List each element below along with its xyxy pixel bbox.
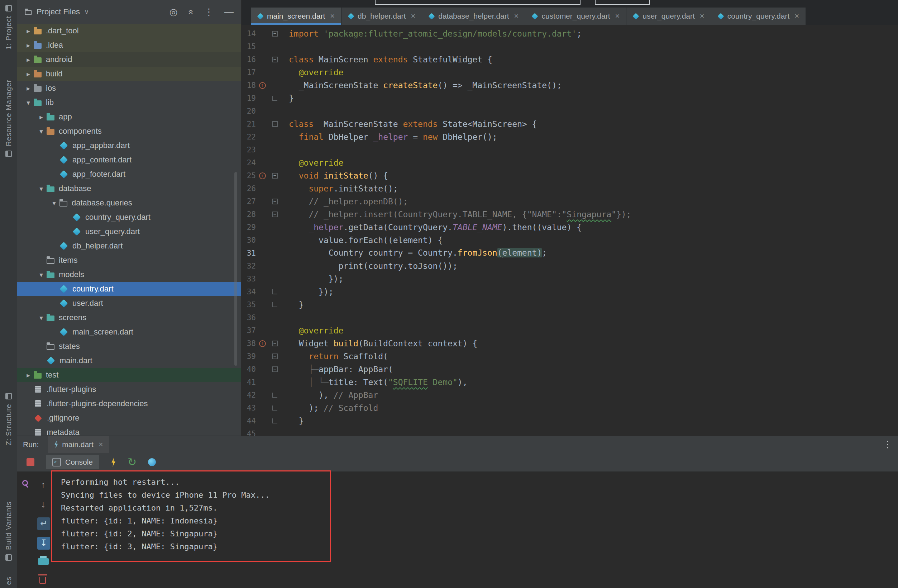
close-icon[interactable]: ×: [330, 11, 335, 21]
editor-tab-main-screen-dart[interactable]: main_screen.dart×: [251, 8, 341, 25]
stop-icon[interactable]: [26, 458, 34, 466]
tree-item-components[interactable]: ▾components: [17, 124, 241, 139]
devtools-icon[interactable]: [148, 458, 156, 466]
tree-item-app-content-dart[interactable]: app_content.dart: [17, 153, 241, 167]
fold-collapse-icon[interactable]: −: [272, 199, 278, 205]
chevron-right-icon[interactable]: ▸: [23, 371, 34, 379]
scroll-down-icon[interactable]: ↓: [41, 499, 46, 510]
override-gutter-icon[interactable]: ↑: [256, 82, 269, 89]
tree-item-states[interactable]: states: [17, 339, 241, 354]
fold-collapse-icon[interactable]: −: [272, 354, 278, 359]
tree-item-android[interactable]: ▸android: [17, 52, 241, 67]
chevron-right-icon[interactable]: ▸: [23, 84, 34, 92]
chevron-down-icon[interactable]: ▾: [36, 314, 46, 322]
soft-wrap-icon[interactable]: ↵: [37, 517, 50, 530]
scroll-up-icon[interactable]: ↑: [41, 479, 46, 491]
tree-item-user-query-dart[interactable]: user_query.dart: [17, 225, 241, 239]
tree-item-main-dart[interactable]: main.dart: [17, 354, 241, 368]
chevron-down-icon[interactable]: ∨: [84, 8, 89, 16]
tool-window-button-1-project[interactable]: 1: Project: [0, 5, 17, 49]
close-icon[interactable]: ×: [411, 11, 415, 21]
chevron-down-icon[interactable]: ▾: [36, 185, 46, 193]
fold-collapse-icon[interactable]: −: [272, 211, 278, 217]
fold-end-icon[interactable]: [272, 419, 277, 423]
fold-end-icon[interactable]: [272, 405, 277, 411]
locate-icon[interactable]: ◎: [169, 6, 178, 18]
console-tab[interactable]: >_ Console: [46, 455, 99, 469]
run-bar-more-icon[interactable]: ⋮: [883, 439, 892, 450]
project-view-selector[interactable]: Project Files: [37, 7, 80, 17]
tool-window-button-build-variants[interactable]: Build Variants: [0, 501, 17, 561]
chevron-down-icon[interactable]: ▾: [23, 99, 34, 107]
tree-item-db-helper-dart[interactable]: db_helper.dart: [17, 239, 241, 253]
fold-collapse-icon[interactable]: −: [272, 340, 278, 346]
tool-window-button-z-structure[interactable]: Z: Structure: [0, 393, 17, 445]
hide-panel-icon[interactable]: —: [224, 6, 234, 18]
pin-icon[interactable]: [22, 480, 30, 488]
tree-item-user-dart[interactable]: user.dart: [17, 296, 241, 311]
tree-item-metadata[interactable]: metadata: [17, 425, 241, 436]
tree-item-lib[interactable]: ▾lib: [17, 95, 241, 110]
tree-item-database[interactable]: ▾database: [17, 182, 241, 196]
fold-collapse-icon[interactable]: −: [272, 173, 278, 179]
editor-tab-country-query-dart[interactable]: country_query.dart×: [711, 8, 806, 25]
override-gutter-icon[interactable]: ↑: [256, 340, 269, 347]
tool-window-button-es[interactable]: es: [0, 577, 17, 585]
tree-item-app-footer-dart[interactable]: app_footer.dart: [17, 167, 241, 182]
chevron-right-icon[interactable]: ▸: [23, 41, 34, 49]
tree-item-build[interactable]: ▸build: [17, 67, 241, 81]
run-configuration-tab[interactable]: main.dart ×: [48, 436, 109, 453]
fold-collapse-icon[interactable]: −: [272, 121, 278, 127]
scroll-to-end-icon[interactable]: ↧: [37, 537, 50, 550]
chevron-right-icon[interactable]: ▸: [23, 70, 34, 78]
tree-item-ios[interactable]: ▸ios: [17, 81, 241, 95]
tree-item-country-dart[interactable]: country.dart: [17, 282, 241, 296]
tree-item-app[interactable]: ▸app: [17, 110, 241, 124]
tree-item-app-appbar-dart[interactable]: app_appbar.dart: [17, 139, 241, 153]
override-icon[interactable]: ↑: [259, 340, 266, 347]
fold-collapse-icon[interactable]: −: [272, 57, 278, 62]
print-icon[interactable]: [38, 558, 49, 565]
chevron-right-icon[interactable]: ▸: [23, 27, 34, 35]
hot-restart-icon[interactable]: ↻: [128, 458, 137, 466]
editor-tab-database-helper-dart[interactable]: database_helper.dart×: [422, 8, 525, 25]
chevron-down-icon[interactable]: ▾: [49, 199, 60, 207]
tree-item-models[interactable]: ▾models: [17, 268, 241, 282]
clear-icon[interactable]: [39, 577, 46, 584]
close-icon[interactable]: ×: [514, 11, 519, 21]
fold-end-icon[interactable]: [272, 302, 277, 307]
editor-tab-db-helper-dart[interactable]: db_helper.dart×: [341, 8, 422, 25]
override-icon[interactable]: ↑: [259, 172, 266, 179]
close-icon[interactable]: ×: [98, 440, 103, 449]
code-editor[interactable]: 14−import 'package:flutter_atomic_design…: [241, 25, 898, 436]
override-icon[interactable]: ↑: [259, 82, 266, 89]
close-icon[interactable]: ×: [615, 11, 620, 21]
close-icon[interactable]: ×: [700, 11, 704, 21]
fold-collapse-icon[interactable]: −: [272, 31, 278, 37]
tree-item--idea[interactable]: ▸.idea: [17, 38, 241, 52]
chevron-down-icon[interactable]: ▾: [36, 127, 46, 135]
tree-item-main-screen-dart[interactable]: main_screen.dart: [17, 325, 241, 339]
override-gutter-icon[interactable]: ↑: [256, 172, 269, 179]
chevron-down-icon[interactable]: ▾: [36, 271, 46, 279]
tree-item-test[interactable]: ▸test: [17, 368, 241, 382]
close-icon[interactable]: ×: [795, 11, 799, 21]
collapse-all-icon[interactable]: «: [185, 9, 196, 14]
project-scrollbar[interactable]: [234, 172, 237, 366]
editor-tab-customer-query-dart[interactable]: customer_query.dart×: [525, 8, 626, 25]
hot-reload-icon[interactable]: [111, 457, 116, 467]
tool-window-button-resource-manager[interactable]: Resource Manager: [0, 80, 17, 157]
tree-item-screens[interactable]: ▾screens: [17, 311, 241, 325]
fold-end-icon[interactable]: [272, 393, 277, 398]
tree-item-database-queries[interactable]: ▾database.queries: [17, 196, 241, 210]
editor-tab-user-query-dart[interactable]: user_query.dart×: [626, 8, 711, 25]
fold-end-icon[interactable]: [272, 96, 277, 101]
fold-end-icon[interactable]: [272, 289, 277, 294]
fold-collapse-icon[interactable]: −: [272, 366, 278, 372]
chevron-right-icon[interactable]: ▸: [23, 55, 34, 64]
tree-item-items[interactable]: items: [17, 253, 241, 268]
tree-item--dart-tool[interactable]: ▸.dart_tool: [17, 24, 241, 38]
tree-item-country-query-dart[interactable]: country_query.dart: [17, 210, 241, 225]
tree-item--flutter-plugins[interactable]: .flutter-plugins: [17, 382, 241, 397]
more-options-icon[interactable]: ⋮: [204, 6, 214, 18]
